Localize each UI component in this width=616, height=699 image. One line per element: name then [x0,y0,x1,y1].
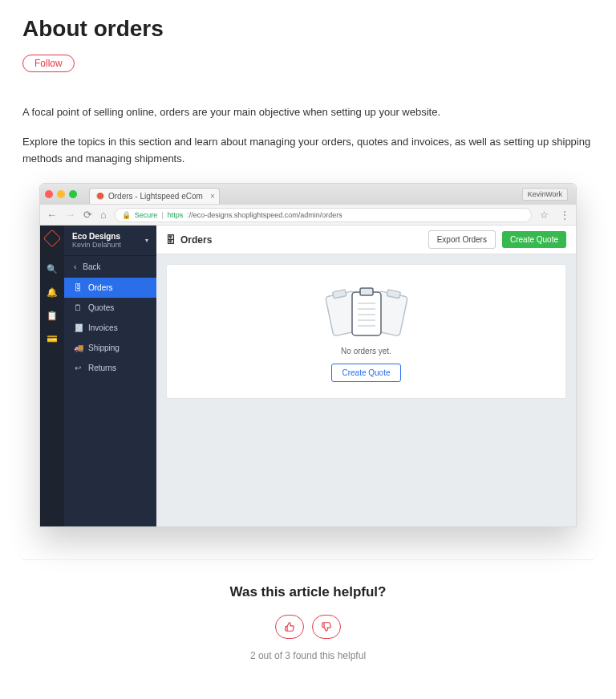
address-bar[interactable]: 🔒 Secure | https://eco-designs.shoplight… [115,208,532,222]
sidebar-header[interactable]: Eco Designs Kevin Delahunt ▾ [64,226,156,256]
sidebar-secondary: Eco Designs Kevin Delahunt ▾ ‹ Back 🗄 Or… [64,226,156,526]
helpful-count: 2 out of 3 found this helpful [22,650,594,661]
sidebar-item-label: Orders [88,283,113,292]
chevron-down-icon: ▾ [145,237,148,244]
vote-down-button[interactable] [312,615,341,639]
sidebar-back[interactable]: ‹ Back [64,256,156,278]
sidebar-item-invoices[interactable]: 🧾 Invoices [64,318,156,338]
sidebar-item-label: Returns [88,364,116,372]
feedback-title: Was this article helpful? [22,584,594,600]
svg-rect-4 [352,292,381,335]
clipboard-icon [322,284,411,340]
sidebar-item-orders[interactable]: 🗄 Orders [64,278,156,298]
screenshot-browser-frame: Orders - Lightspeed eCom × KevinWork ← →… [39,183,577,527]
export-orders-button[interactable]: Export Orders [428,230,496,249]
sidebar-back-label: Back [83,262,100,271]
shipping-icon: 🚚 [74,343,82,352]
quotes-icon: 🗒 [74,303,82,312]
intro-paragraph-1: A focal point of selling online, orders … [22,104,594,121]
divider [22,559,594,560]
browser-tab[interactable]: Orders - Lightspeed eCom × [89,188,220,204]
browser-profile-badge: KevinWork [522,188,568,201]
thumbs-down-icon [321,621,332,632]
empty-state: No orders yet. Create Quote [166,264,566,399]
svg-rect-5 [360,288,373,295]
app-logo-icon [43,230,62,248]
window-close-icon [45,190,53,198]
content-title: Orders [180,234,212,246]
sidebar-item-shipping[interactable]: 🚚 Shipping [64,338,156,358]
icon-rail: 🔍 🔔 📋 💳 [40,226,64,526]
tab-close-icon[interactable]: × [210,192,215,201]
search-icon[interactable]: 🔍 [47,264,58,274]
lock-icon: 🔒 [122,211,131,219]
tab-title: Orders - Lightspeed eCom [108,192,203,201]
returns-icon: ↩ [74,364,82,372]
store-name: Eco Designs [72,232,121,241]
follow-button[interactable]: Follow [22,55,75,72]
chevron-left-icon: ‹ [74,262,76,271]
menu-icon[interactable]: ⋮ [560,209,569,221]
nav-reload-icon[interactable]: ⟳ [83,209,92,220]
window-zoom-icon [69,190,77,198]
orders-icon: 🗄 [74,283,82,292]
sidebar-item-quotes[interactable]: 🗒 Quotes [64,298,156,318]
empty-state-text: No orders yet. [167,347,565,356]
create-quote-button[interactable]: Create Quote [502,231,566,248]
sidebar-item-label: Invoices [88,323,118,332]
create-quote-empty-button[interactable]: Create Quote [331,364,400,382]
sidebar-item-label: Shipping [88,343,120,352]
sidebar-item-label: Quotes [88,303,114,312]
page-title: About orders [22,16,594,42]
window-minimize-icon [57,190,65,198]
bell-icon[interactable]: 🔔 [47,287,58,298]
thumbs-up-icon [284,621,295,632]
nav-home-icon[interactable]: ⌂ [100,209,107,220]
invoices-icon: 🧾 [74,323,82,332]
nav-back-icon[interactable]: ← [47,209,57,220]
card-icon[interactable]: 💳 [47,334,58,344]
url-scheme: https [168,211,184,219]
tab-favicon-icon [96,193,104,201]
user-name: Kevin Delahunt [72,241,121,249]
sidebar-item-returns[interactable]: ↩ Returns [64,358,156,378]
url-rest: ://eco-designs.shoplightspeed.com/admin/… [187,211,342,219]
list-icon[interactable]: 📋 [47,311,58,321]
vote-up-button[interactable] [275,615,304,639]
bookmark-icon[interactable]: ☆ [540,209,549,221]
archive-icon: 🗄 [166,234,176,246]
intro-paragraph-2: Explore the topics in this section and l… [22,134,594,168]
secure-label: Secure [135,211,158,219]
nav-forward-icon[interactable]: → [65,209,75,220]
